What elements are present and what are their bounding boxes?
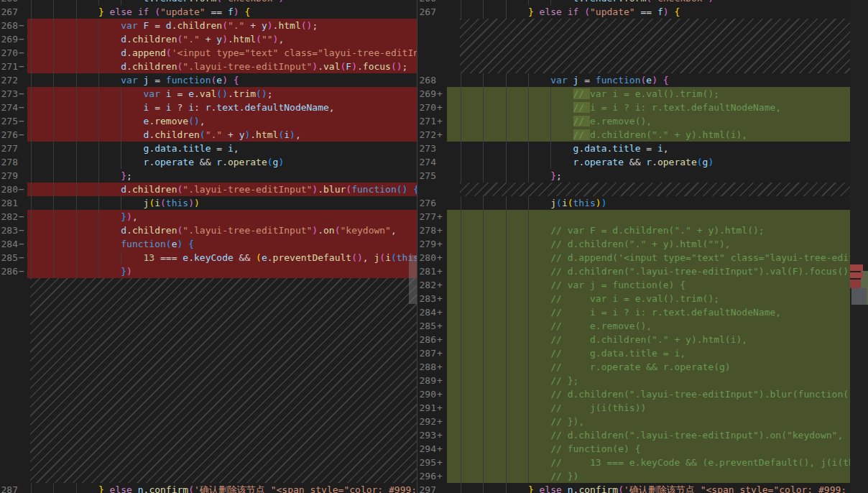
line-number[interactable]: 291 [417, 401, 436, 415]
line-number[interactable]: 272 [417, 128, 436, 142]
code-text[interactable]: // var i = e.val().trim(); [461, 292, 868, 305]
line-number[interactable]: 279 [417, 237, 436, 251]
code-text[interactable]: r.operate && r.operate(g) [461, 155, 868, 169]
code-text[interactable]: // var i = e.val().trim(); [461, 87, 868, 101]
line-number[interactable]: 280 [0, 183, 18, 196]
line-number[interactable]: 277 [417, 210, 436, 224]
line-number[interactable]: 278 [0, 155, 18, 169]
line-number[interactable]: 269 [417, 87, 436, 101]
code-text[interactable]: // var F = d.children("." + y).html(); [461, 224, 868, 237]
code-text[interactable]: var j = function(e) { [461, 73, 868, 87]
line-number[interactable]: 287 [0, 483, 18, 493]
line-number[interactable]: 268 [417, 73, 436, 87]
line-number[interactable]: 270 [417, 101, 436, 114]
line-number[interactable]: 293 [417, 428, 436, 442]
code-text[interactable]: // }) [461, 469, 868, 483]
line-number[interactable]: 275 [417, 169, 436, 183]
code-text[interactable]: // j(i(this)) [461, 401, 868, 415]
code-text[interactable]: // var j = function(e) { [461, 278, 868, 292]
minimap[interactable] [850, 0, 868, 493]
code-text[interactable]: // d.append('<input type="text" class="l… [461, 251, 868, 264]
line-number[interactable]: 282 [417, 278, 436, 292]
code-text[interactable]: d.append('<input type="text" class="layu… [31, 46, 417, 60]
code-text[interactable]: var F = d.children("." + y).html(); [31, 19, 417, 32]
line-number[interactable]: 278 [417, 224, 436, 237]
line-number[interactable]: 286 [0, 264, 18, 278]
line-number[interactable]: 281 [0, 196, 18, 210]
code-text[interactable]: d.children("." + y).html(""), [31, 32, 417, 46]
line-number[interactable]: 274 [0, 101, 18, 114]
code-text[interactable]: // d.children("." + y).html(i), [461, 128, 868, 142]
line-number[interactable]: 276 [417, 196, 436, 210]
line-number[interactable]: 282 [0, 210, 18, 224]
code-text[interactable]: // d.children(".layui-tree-editInput").b… [461, 387, 868, 401]
code-text[interactable]: // e.remove(), [461, 114, 868, 128]
line-number[interactable]: 292 [417, 415, 436, 428]
line-number[interactable]: 288 [417, 360, 436, 374]
code-text[interactable]: // d.children(".layui-tree-editInput").o… [461, 428, 868, 442]
code-text[interactable]: // function(e) { [461, 442, 868, 456]
line-number[interactable]: 276 [0, 128, 18, 142]
line-number[interactable]: 270 [0, 46, 18, 60]
line-number[interactable]: 272 [0, 73, 18, 87]
line-number[interactable]: 280 [417, 251, 436, 264]
code-text[interactable]: // }), [461, 415, 868, 428]
line-number[interactable]: 283 [0, 224, 18, 237]
code-text[interactable]: d.children(".layui-tree-editInput").blur… [31, 183, 417, 196]
code-text[interactable]: }), [31, 210, 417, 224]
line-number[interactable]: 294 [417, 442, 436, 456]
line-number[interactable]: 277 [0, 142, 18, 155]
line-number[interactable]: 284 [417, 305, 436, 319]
line-number[interactable]: 281 [417, 264, 436, 278]
code-text[interactable]: // d.children("." + y).html(""), [461, 237, 868, 251]
line-number[interactable]: 266 [417, 0, 436, 5]
line-number[interactable]: 295 [417, 456, 436, 469]
code-text[interactable]: // i = i ? i: r.text.defaultNodeName, [461, 305, 868, 319]
code-text[interactable]: // g.data.title = i, [461, 346, 868, 360]
code-text[interactable]: // }; [461, 374, 868, 387]
code-text[interactable]: var j = function(e) { [31, 73, 417, 87]
line-number[interactable]: 275 [0, 114, 18, 128]
code-text[interactable]: }; [461, 169, 868, 183]
code-text[interactable]: t.render.form("checkbox") [461, 0, 868, 5]
code-text[interactable]: var i = e.val().trim(); [31, 87, 417, 101]
code-text[interactable] [461, 210, 868, 224]
code-text[interactable]: } else n.confirm('确认删除该节点 "<span style="… [461, 483, 868, 493]
code-text[interactable]: j(i(this)) [31, 196, 417, 210]
code-text[interactable]: } else if ("update" == f) { [461, 5, 868, 19]
code-text[interactable]: e.remove(), [31, 114, 417, 128]
code-text[interactable]: t.render.form("checkbox") [31, 0, 417, 5]
code-text[interactable]: 13 === e.keyCode && (e.preventDefault(),… [31, 251, 417, 264]
line-number[interactable]: 290 [417, 387, 436, 401]
code-text[interactable]: function(e) { [31, 237, 417, 251]
code-text[interactable]: j(i(this)) [461, 196, 868, 210]
code-text[interactable]: i = i ? i: r.text.defaultNodeName, [31, 101, 417, 114]
code-text[interactable]: } else n.confirm('确认删除该节点 "<span style="… [31, 483, 417, 493]
line-number[interactable]: 284 [0, 237, 18, 251]
code-text[interactable]: // d.children(".layui-tree-editInput").v… [461, 264, 868, 278]
code-text[interactable]: // 13 === e.keyCode && (e.preventDefault… [461, 456, 868, 469]
line-number[interactable]: 274 [417, 155, 436, 169]
vertical-scrollbar-thumb[interactable] [409, 255, 417, 304]
line-number[interactable]: 271 [417, 114, 436, 128]
code-text[interactable]: g.data.title = i, [461, 142, 868, 155]
code-text[interactable]: }; [31, 169, 417, 183]
code-text[interactable]: g.data.title = i, [31, 142, 417, 155]
line-number[interactable]: 267 [0, 5, 18, 19]
line-number[interactable]: 267 [417, 5, 436, 19]
code-text[interactable]: d.children(".layui-tree-editInput").val(… [31, 60, 417, 73]
line-number[interactable]: 297 [417, 483, 436, 493]
code-text[interactable]: // e.remove(), [461, 319, 868, 333]
line-number[interactable]: 286 [417, 333, 436, 346]
code-text[interactable]: r.operate && r.operate(g) [31, 155, 417, 169]
code-text[interactable]: } else if ("update" == f) { [31, 5, 417, 19]
line-number[interactable]: 285 [417, 319, 436, 333]
code-text[interactable]: d.children("." + y).html(i), [31, 128, 417, 142]
line-number[interactable]: 273 [0, 87, 18, 101]
line-number[interactable]: 285 [0, 251, 18, 264]
line-number[interactable]: 269 [0, 32, 18, 46]
line-number[interactable]: 266 [0, 0, 18, 5]
code-text[interactable]: // i = i ? i: r.text.defaultNodeName, [461, 101, 868, 114]
line-number[interactable]: 273 [417, 142, 436, 155]
line-number[interactable]: 279 [0, 169, 18, 183]
